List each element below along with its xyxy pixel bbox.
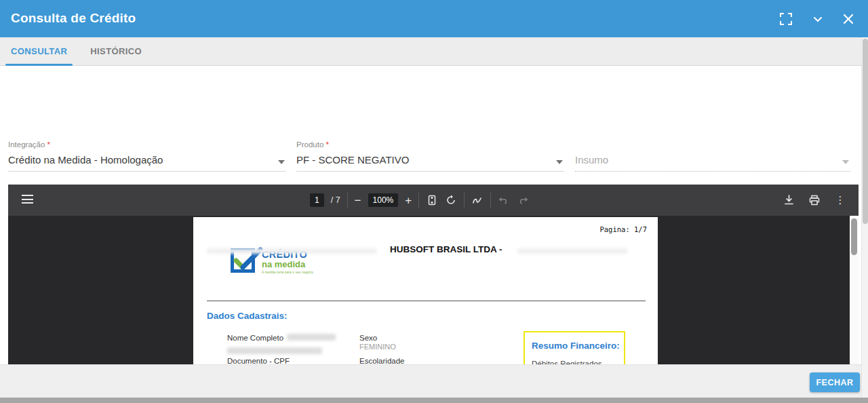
- insumo-select[interactable]: Insumo: [575, 139, 850, 172]
- fullscreen-icon[interactable]: [778, 12, 793, 26]
- menu-icon[interactable]: [22, 195, 33, 205]
- pdf-viewer: 1 / 7 − 100% +: [8, 185, 859, 364]
- insumo-placeholder: Insumo: [575, 154, 850, 166]
- resumo-title: Resumo Financeiro:: [532, 341, 620, 351]
- page-number-input[interactable]: 1: [310, 193, 324, 207]
- resumo-financeiro-box: Resumo Financeiro: Débitos Registrados: [524, 331, 625, 364]
- redacted-header-left: [207, 248, 376, 254]
- section-title: Dados Cadastrais:: [207, 311, 288, 321]
- window-scrollbar-thumb[interactable]: [863, 39, 868, 224]
- pdf-toolbar-right: ⋮: [783, 185, 846, 216]
- window-scrollbar[interactable]: [861, 37, 868, 398]
- page-indicator: Pagina: 1/7: [599, 225, 647, 233]
- report-header: HUBSOFT BRASIL LTDA -: [390, 244, 502, 254]
- pdf-scrollbar[interactable]: [850, 216, 859, 364]
- redo-icon[interactable]: [517, 194, 529, 206]
- tab-historico[interactable]: HISTÓRICO: [79, 37, 154, 66]
- zoom-out-button[interactable]: −: [355, 195, 361, 206]
- field-value: FEMININO: [359, 343, 396, 351]
- modal-titlebar: Consulta de Crédito: [0, 0, 868, 37]
- close-icon[interactable]: [841, 12, 856, 26]
- integracao-label: Integração *: [8, 139, 286, 149]
- produto-value: PF - SCORE NEGATIVO: [296, 154, 564, 166]
- annotate-pen-icon[interactable]: [471, 194, 484, 206]
- page-background-strip: [0, 398, 868, 403]
- search-form: Integração * Crédito na Medida - Homolog…: [0, 66, 868, 185]
- modal-title: Consulta de Crédito: [11, 11, 136, 26]
- field-label: Documento - CPF: [227, 357, 290, 364]
- redacted-header-right: [517, 248, 627, 254]
- zoom-in-button[interactable]: +: [405, 195, 412, 206]
- pdf-scrollbar-thumb[interactable]: [851, 218, 857, 255]
- zoom-level-input[interactable]: 100%: [368, 193, 399, 207]
- dropdown-arrow-icon[interactable]: [556, 160, 563, 164]
- resumo-line: Débitos Registrados: [532, 360, 602, 364]
- more-options-icon[interactable]: ⋮: [834, 194, 846, 206]
- pdf-page: Pagina: 1/7 CRÉDITO na medida A medida c…: [193, 217, 658, 364]
- print-icon[interactable]: [808, 194, 821, 206]
- dropdown-arrow-icon[interactable]: [278, 160, 285, 164]
- field-label: Sexo: [359, 334, 377, 342]
- insumo-label: [575, 139, 850, 149]
- undo-icon[interactable]: [498, 194, 510, 206]
- chevron-down-icon[interactable]: [810, 12, 825, 26]
- field-label: Escolaridade: [359, 357, 404, 364]
- produto-label: Produto *: [296, 139, 564, 149]
- download-icon[interactable]: [783, 194, 795, 206]
- page-total-label: / 7: [331, 195, 340, 205]
- pdf-toolbar-center: 1 / 7 − 100% +: [310, 185, 529, 216]
- toolbar-divider: [418, 193, 419, 208]
- toolbar-divider: [464, 193, 465, 208]
- fechar-button[interactable]: FECHAR: [810, 372, 860, 392]
- fit-page-icon[interactable]: [426, 194, 438, 206]
- produto-select[interactable]: Produto * PF - SCORE NEGATIVO: [296, 139, 564, 172]
- field-label: Nome Completo: [227, 334, 283, 342]
- tab-consultar[interactable]: CONSULTAR: [0, 37, 79, 66]
- app-root: Consulta de Crédito CONSULTAR HISTÓRICO: [0, 0, 868, 403]
- integracao-select[interactable]: Integração * Crédito na Medida - Homolog…: [8, 139, 286, 172]
- dropdown-arrow-icon[interactable]: [842, 160, 849, 164]
- redacted-nome-value: [287, 334, 336, 341]
- integracao-value: Crédito na Medida - Homologação: [8, 154, 286, 166]
- tabbar: CONSULTAR HISTÓRICO: [0, 37, 868, 66]
- rotate-icon[interactable]: [445, 194, 457, 206]
- redacted-nome-line2: [227, 347, 322, 354]
- toolbar-divider: [490, 193, 491, 208]
- divider-line: [207, 301, 646, 301]
- modal-footer: FECHAR: [0, 364, 868, 398]
- consulta-credito-modal: Consulta de Crédito CONSULTAR HISTÓRICO: [0, 0, 868, 398]
- pdf-content-area: Pagina: 1/7 CRÉDITO na medida A medida c…: [8, 216, 850, 364]
- toolbar-divider: [347, 193, 348, 208]
- pdf-toolbar: 1 / 7 − 100% +: [8, 185, 859, 216]
